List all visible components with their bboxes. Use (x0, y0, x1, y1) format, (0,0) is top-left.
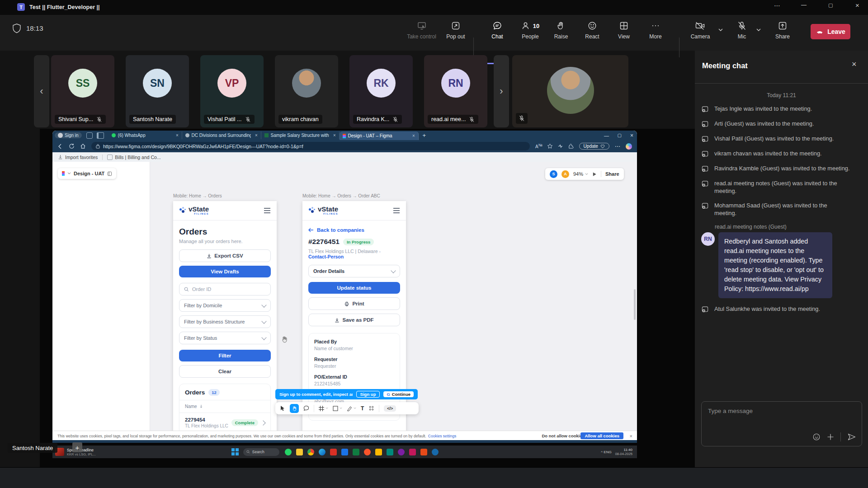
mic-button[interactable]: Mic (731, 21, 752, 40)
comment-tool-icon[interactable] (303, 405, 309, 411)
deny-cookies-button[interactable]: Do not allow cookies (542, 433, 585, 438)
browser-more-icon[interactable]: ⋯ (615, 143, 620, 150)
raise-hand-button[interactable]: Raise (548, 21, 574, 40)
app-icon[interactable] (353, 449, 359, 455)
order-id-search-input[interactable]: Order ID (179, 283, 271, 296)
app-icon[interactable] (420, 449, 427, 455)
app-icon[interactable] (432, 449, 439, 455)
close-button[interactable]: × (855, 1, 859, 9)
canvas-scrollbar[interactable] (634, 289, 636, 320)
chat-close-icon[interactable]: × (852, 60, 857, 69)
print-button[interactable]: Print (308, 297, 400, 310)
copilot-icon[interactable] (626, 143, 632, 150)
app-icon[interactable] (341, 449, 348, 455)
dev-mode-toggle[interactable]: </> (384, 405, 396, 412)
cookie-close-icon[interactable]: × (630, 433, 632, 439)
order-row[interactable]: 2279454 TL Flex Holdings LLC Complete (179, 413, 270, 431)
shape-tool[interactable] (333, 406, 342, 411)
leave-button[interactable]: Leave (811, 24, 850, 39)
participant-tile[interactable]: VP Vishal Patil ... (200, 55, 264, 127)
tab-close-icon[interactable]: × (255, 133, 258, 138)
minimize-button[interactable]: — (801, 2, 807, 8)
tab-close-icon[interactable]: × (412, 133, 415, 138)
new-tab-button[interactable]: + (423, 132, 426, 139)
browser-essentials-icon[interactable] (557, 143, 563, 149)
view-button[interactable]: View (611, 21, 637, 40)
camera-button[interactable]: Camera (686, 21, 714, 40)
allow-cookies-button[interactable]: Allow all cookies (580, 432, 623, 439)
filter-status-dropdown[interactable]: Filter by Status (179, 332, 271, 344)
browser-tab-excel[interactable]: Sample Salary Structure with calc× (261, 131, 340, 139)
save-as-pdf-button[interactable]: Save as PDF (308, 314, 400, 326)
back-to-companies-link[interactable]: Back to companies (308, 227, 400, 233)
browser-tab-figma-active[interactable]: Design - UAT – Figma× (340, 131, 419, 140)
browser-maximize-button[interactable]: ▢ (618, 133, 622, 138)
participant-tile[interactable]: SS Shivani Sup... (51, 55, 114, 127)
spotlight-tile[interactable] (512, 55, 628, 127)
hamburger-menu-icon[interactable] (393, 208, 400, 213)
pages-icon[interactable] (107, 171, 112, 176)
browser-close-button[interactable]: × (630, 132, 633, 139)
favorite-bills[interactable]: Bills | Billing and Co... (115, 155, 160, 160)
magnifier-add-button[interactable]: + (72, 442, 82, 452)
app-icon[interactable] (307, 449, 314, 455)
app-icon[interactable] (364, 449, 371, 455)
maximize-button[interactable]: ▢ (828, 2, 833, 8)
tiles-scroll-right-button[interactable]: › (494, 55, 509, 127)
app-icon[interactable] (319, 449, 326, 455)
camera-options-chevron[interactable] (718, 26, 723, 34)
frame-label[interactable]: Mobile: Home → Orders (173, 193, 222, 198)
chat-bubble[interactable]: Redberyl and Santosh added read.ai meeti… (718, 232, 832, 298)
react-button[interactable]: React (579, 21, 605, 40)
start-button[interactable] (231, 448, 239, 455)
participant-tile[interactable]: RN read.ai mee... (424, 55, 487, 127)
browser-tab-whatsapp[interactable]: (6) WhatsApp× (108, 131, 182, 139)
app-icon[interactable] (375, 449, 382, 455)
signup-button[interactable]: Sign up (356, 391, 380, 398)
tab-close-icon[interactable]: × (333, 133, 336, 138)
frame-label[interactable]: Mobile: Home → Orders → Order ABC (302, 193, 380, 198)
address-bar[interactable]: https://www.figma.com/design/9BKQ0FOHRWa… (91, 142, 530, 150)
attach-plus-icon[interactable] (827, 433, 834, 441)
extensions-icon[interactable] (568, 143, 574, 149)
browser-update-button[interactable]: Update (579, 143, 609, 150)
app-icon[interactable] (296, 449, 303, 455)
tiles-scroll-left-button[interactable]: ‹ (34, 55, 49, 127)
hamburger-menu-icon[interactable] (264, 208, 271, 213)
tab-close-icon[interactable]: × (176, 133, 179, 138)
titlebar-more-button[interactable]: ⋯ (774, 2, 780, 9)
search-box[interactable]: Search (243, 448, 279, 456)
move-tool-icon[interactable] (280, 405, 285, 412)
mic-options-chevron[interactable] (756, 26, 761, 34)
hand-tool-active[interactable] (290, 404, 299, 413)
chat-button[interactable]: Chat (485, 21, 510, 40)
favorite-import[interactable]: Import favorites (65, 155, 98, 160)
zoom-menu[interactable]: 94% (573, 171, 588, 177)
browser-tab-dc-divisions[interactable]: DC Divisions and Surroundings× (182, 131, 261, 139)
read-aloud-icon[interactable]: A№ (535, 143, 542, 149)
back-icon[interactable] (57, 144, 63, 149)
more-button[interactable]: More (643, 21, 668, 40)
figma-doc-pill[interactable]: Design - UAT (58, 168, 116, 179)
emoji-icon[interactable] (812, 433, 821, 441)
cookie-settings-link[interactable]: Cookies settings (428, 434, 456, 438)
people-button[interactable]: 10 People (513, 21, 547, 40)
collaborator-avatar[interactable]: S (550, 170, 557, 178)
text-tool[interactable]: T (361, 405, 364, 412)
components-tool-icon[interactable] (368, 405, 374, 411)
app-icon[interactable] (409, 449, 416, 455)
contact-person-link[interactable]: Contact-Person (308, 254, 344, 259)
share-button[interactable]: Share (769, 21, 796, 40)
present-play-icon[interactable] (592, 172, 597, 177)
pop-out-button[interactable]: Pop out (441, 21, 471, 40)
app-icon[interactable] (398, 449, 405, 455)
google-continue-button[interactable]: GContinue (383, 391, 414, 397)
order-details-dropdown[interactable]: Order Details (308, 265, 400, 277)
filter-business-structure-dropdown[interactable]: Filter by Business Structure (179, 315, 271, 328)
app-icon[interactable] (285, 449, 292, 455)
pen-tool[interactable] (347, 406, 356, 411)
inner-system-tray[interactable]: ^ ENG 11:40 08-04-2025 (601, 448, 632, 456)
favorites-star-icon[interactable] (547, 143, 553, 149)
clear-button[interactable]: Clear (179, 365, 271, 378)
export-csv-button[interactable]: Export CSV (179, 249, 271, 262)
